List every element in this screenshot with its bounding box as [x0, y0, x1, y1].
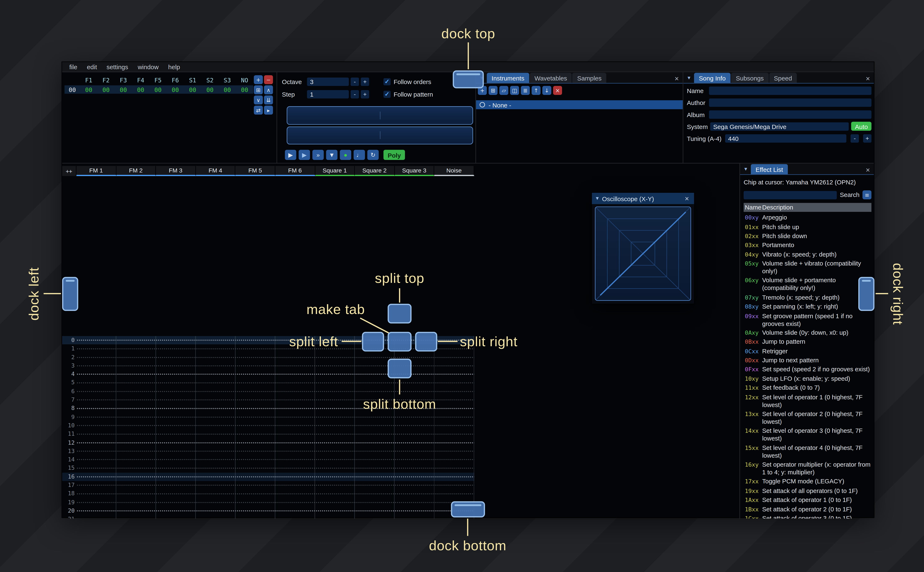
pattern-row[interactable]: 19 — [62, 498, 474, 507]
tuning-decrease-button[interactable]: - — [851, 134, 859, 142]
effect-search-input[interactable] — [744, 191, 837, 199]
instrument-toolbar-button[interactable]: ≣ — [521, 86, 530, 95]
dock-top-target[interactable] — [453, 70, 484, 89]
pattern-row-cells[interactable] — [76, 455, 474, 464]
system-field[interactable] — [710, 122, 849, 131]
order-cell[interactable]: 00 — [80, 86, 98, 93]
piano-upper-row[interactable] — [287, 106, 473, 124]
order-cell[interactable]: 00 — [132, 86, 150, 93]
pattern-row[interactable]: 9 — [62, 413, 474, 421]
pattern-row-cells[interactable] — [76, 490, 474, 498]
orders-selected-row[interactable]: 00 00000000000000000000 — [64, 85, 253, 94]
channel-header[interactable]: FM 3 — [156, 166, 196, 176]
pattern-row[interactable]: 10 — [62, 421, 474, 430]
step-increase-button[interactable]: + — [361, 90, 369, 98]
instrument-toolbar-button[interactable]: × — [553, 86, 562, 95]
pattern-row[interactable]: 17 — [62, 481, 474, 490]
instrument-toolbar-button[interactable]: ◫ — [510, 86, 519, 95]
transport-button[interactable]: » — [312, 150, 324, 160]
song-info-tab[interactable]: Song Info — [694, 73, 731, 83]
channel-header[interactable]: Square 3 — [395, 166, 435, 176]
pattern-expand-button[interactable]: ++ — [62, 166, 76, 176]
effect-list-menu-button[interactable]: ≡ — [862, 190, 871, 199]
follow-pattern-checkbox[interactable]: ✓ Follow pattern — [383, 90, 433, 98]
menu-item[interactable]: window — [133, 62, 164, 72]
close-icon[interactable]: × — [673, 74, 681, 83]
order-toolbar-button[interactable]: − — [264, 75, 273, 84]
pattern-row[interactable]: 20 — [62, 507, 474, 515]
pattern-row-cells[interactable] — [76, 430, 474, 438]
pattern-row[interactable]: 2 — [62, 353, 474, 362]
transport-button[interactable]: ● — [340, 150, 351, 160]
menu-item[interactable]: file — [64, 62, 82, 72]
pattern-row[interactable]: 6 — [62, 387, 474, 396]
order-toolbar-button[interactable]: ⊞ — [254, 85, 263, 94]
split-right-target[interactable] — [415, 332, 437, 351]
pattern-row[interactable]: 18 — [62, 490, 474, 498]
pattern-row-cells[interactable] — [76, 413, 474, 421]
order-toolbar-button[interactable]: ∧ — [264, 85, 273, 94]
step-decrease-button[interactable]: - — [351, 90, 359, 98]
song-info-tab[interactable]: Speed — [769, 73, 797, 83]
pattern-row-cells[interactable] — [76, 507, 474, 515]
order-cell[interactable]: 00 — [167, 86, 184, 93]
pattern-row[interactable]: 3 — [62, 362, 474, 370]
dock-bottom-target[interactable] — [451, 501, 485, 518]
tuning-field[interactable] — [725, 134, 846, 142]
pattern-row[interactable]: 14 — [62, 455, 474, 464]
channel-header[interactable]: Square 1 — [315, 166, 355, 176]
channel-header[interactable]: Square 2 — [355, 166, 395, 176]
album-field[interactable] — [709, 110, 871, 118]
instrument-toolbar-button[interactable]: ⊞ — [489, 86, 497, 95]
octave-increase-button[interactable]: + — [361, 77, 369, 86]
order-toolbar-button[interactable]: ⇊ — [264, 96, 273, 104]
instrument-toolbar-button[interactable]: ↓ — [542, 86, 552, 95]
pattern-row-cells[interactable] — [76, 498, 474, 507]
effect-list-tab[interactable]: Effect List — [751, 164, 788, 174]
close-icon[interactable]: × — [864, 165, 872, 174]
collapse-arrow-icon[interactable]: ▼ — [742, 165, 749, 174]
order-toolbar-button[interactable]: + — [254, 75, 263, 84]
oscilloscope-title-bar[interactable]: ▼ Oscilloscope (X-Y) × — [592, 193, 694, 204]
channel-header[interactable]: Noise — [435, 166, 474, 176]
order-cell[interactable]: 00 — [236, 86, 253, 93]
instrument-toolbar-button[interactable]: ▱ — [499, 86, 508, 95]
author-field[interactable] — [709, 98, 871, 107]
pattern-row[interactable]: 13 — [62, 447, 474, 455]
transport-button[interactable]: ↻ — [368, 150, 379, 160]
order-cell[interactable]: 00 — [184, 86, 201, 93]
transport-button[interactable]: ▶ — [299, 150, 310, 160]
transport-button[interactable]: ▶ — [285, 150, 296, 160]
pattern-row-cells[interactable] — [76, 379, 474, 387]
pattern-row-cells[interactable] — [76, 481, 474, 490]
split-bottom-target[interactable] — [388, 359, 411, 378]
pattern-row-cells[interactable] — [76, 421, 474, 430]
menu-item[interactable]: help — [164, 62, 185, 72]
pattern-row-cells[interactable] — [76, 353, 474, 362]
auto-system-button[interactable]: Auto — [851, 122, 871, 131]
menu-item[interactable]: edit — [82, 62, 102, 72]
collapse-arrow-icon[interactable]: ▼ — [595, 196, 600, 201]
channel-header[interactable]: FM 6 — [275, 166, 315, 176]
pattern-row[interactable]: 11 — [62, 430, 474, 438]
pattern-row-cells[interactable] — [76, 447, 474, 455]
order-cell[interactable]: 00 — [115, 86, 132, 93]
transport-button[interactable]: ▼ — [326, 150, 338, 160]
channel-header[interactable]: FM 1 — [76, 166, 116, 176]
order-cell[interactable]: 00 — [97, 86, 115, 93]
order-cell[interactable]: 00 — [201, 86, 219, 93]
tuning-increase-button[interactable]: + — [863, 134, 871, 142]
pattern-row[interactable]: 12 — [62, 438, 474, 447]
pattern-row-cells[interactable] — [76, 362, 474, 370]
pattern-row-cells[interactable] — [76, 438, 474, 447]
channel-header[interactable]: FM 5 — [235, 166, 275, 176]
follow-orders-checkbox[interactable]: ✓ Follow orders — [383, 77, 431, 86]
name-field[interactable] — [709, 86, 871, 95]
instruments-tab[interactable]: Samples — [572, 73, 606, 83]
close-icon[interactable]: × — [683, 194, 691, 203]
channel-header[interactable]: FM 2 — [116, 166, 156, 176]
pattern-row[interactable]: 21 — [62, 515, 474, 519]
instruments-tab[interactable]: Wavetables — [530, 73, 572, 83]
order-cell[interactable]: 00 — [219, 86, 236, 93]
pattern-row-cells[interactable] — [76, 515, 474, 519]
